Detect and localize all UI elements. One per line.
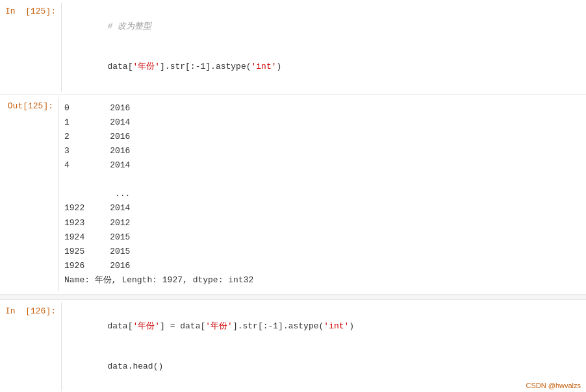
- code-line-1: data['年份'].str[:-1].astype('int'): [67, 47, 581, 87]
- code-head-text: data.head(): [107, 361, 163, 371]
- watermark: CSDN @hwvalzs: [526, 382, 581, 389]
- code-line-head: data.head(): [67, 347, 581, 387]
- cell-126-input-content: data['年份'] = data['年份'].str[:-1].astype(…: [61, 302, 586, 391]
- cell-126-input-label: In [126]:: [0, 302, 61, 391]
- series-output: 0 2016 1 2014 2 2016 3 2016 4 2014 ... 1…: [64, 101, 581, 273]
- cell-125-output: Out[125]: 0 2016 1 2014 2 2016 3 2016 4 …: [0, 95, 586, 295]
- code-assign-text: data['年份'] = data['年份'].str[:-1].astype(…: [107, 321, 354, 331]
- cell-separator: [0, 295, 586, 300]
- notebook: In [125]: # 改为整型 data['年份'].str[:-1].ast…: [0, 0, 586, 392]
- code-line-comment: # 改为整型: [67, 6, 581, 47]
- cell-125-input-label: In [125]:: [0, 3, 61, 92]
- cell-125-input-content: # 改为整型 data['年份'].str[:-1].astype('int'): [61, 3, 586, 92]
- cell-126-input: In [126]: data['年份'] = data['年份'].str[:-…: [0, 300, 586, 392]
- code-line-assign: data['年份'] = data['年份'].str[:-1].astype(…: [67, 306, 581, 347]
- cell-125-output-label: Out[125]:: [0, 97, 58, 291]
- series-name-line: Name: 年份, Length: 1927, dtype: int32: [64, 273, 581, 288]
- comment-text: # 改为整型: [107, 21, 151, 31]
- cell-125-output-content: 0 2016 1 2014 2 2016 3 2016 4 2014 ... 1…: [58, 97, 586, 291]
- cell-125-input: In [125]: # 改为整型 data['年份'].str[:-1].ast…: [0, 0, 586, 95]
- code-text: data['年份'].str[:-1].astype('int'): [107, 62, 281, 71]
